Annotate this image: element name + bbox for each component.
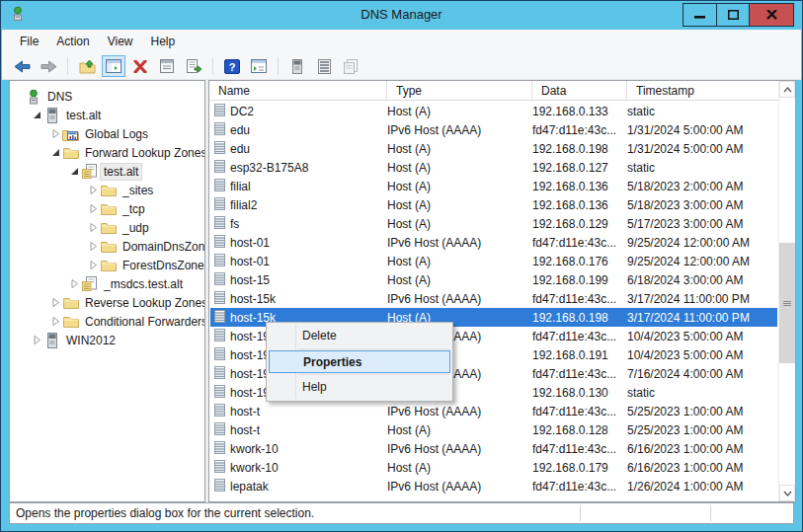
table-row[interactable]: host-tIPv6 Host (AAAA)fd47:d11e:43c...5/… bbox=[210, 402, 777, 420]
export-list-icon[interactable] bbox=[182, 55, 205, 77]
tree-item-test-alt[interactable]: test.alt bbox=[10, 106, 204, 124]
column-header-timestamp[interactable]: Timestamp bbox=[627, 81, 795, 100]
context-menu: Delete Properties Help bbox=[266, 322, 453, 402]
menu-file[interactable]: File bbox=[11, 31, 47, 52]
cell-type: Host (A) bbox=[387, 105, 532, 118]
cell-name: filial2 bbox=[230, 198, 257, 212]
tree-item--tcp[interactable]: _tcp bbox=[10, 199, 204, 218]
tree-item-forestdnszones[interactable]: ForestDnsZones bbox=[10, 256, 204, 274]
collapsed-chevron-icon[interactable] bbox=[68, 279, 81, 288]
vertical-scrollbar[interactable] bbox=[778, 81, 795, 501]
cell-name: kwork-10 bbox=[230, 461, 279, 475]
table-row[interactable]: eduHost (A)192.168.0.1981/31/2024 5:00:0… bbox=[210, 139, 777, 158]
table-row[interactable]: esp32-B175A8Host (A)192.168.0.127static bbox=[210, 158, 777, 177]
table-row[interactable]: fsHost (A)192.168.0.1295/17/2023 3:00:00… bbox=[210, 214, 777, 233]
cell-timestamp: 6/16/2023 1:00:00 AM bbox=[627, 442, 777, 456]
context-menu-item-properties[interactable]: Properties bbox=[269, 350, 450, 373]
tree-item-dns[interactable]: DNS bbox=[10, 87, 204, 106]
folder-icon bbox=[100, 259, 117, 271]
table-row[interactable]: host-15kIPv6 Host (AAAA)fd47:d11e:43c...… bbox=[210, 289, 777, 308]
main-area: DNStest.altGlobal LogsForward Lookup Zon… bbox=[9, 80, 796, 502]
collapsed-chevron-icon[interactable] bbox=[87, 242, 100, 251]
cell-timestamp: 5/17/2023 3:00:00 AM bbox=[627, 217, 777, 231]
collapsed-chevron-icon[interactable] bbox=[87, 261, 100, 269]
cell-type: Host (A) bbox=[387, 180, 532, 193]
column-header-type[interactable]: Type bbox=[387, 81, 532, 100]
expanded-chevron-icon[interactable] bbox=[68, 167, 81, 176]
toolbar-separator bbox=[278, 57, 279, 75]
cell-data: fd47:d11e:43c... bbox=[532, 442, 627, 456]
scroll-up-icon[interactable] bbox=[779, 81, 795, 98]
collapsed-chevron-icon[interactable] bbox=[87, 223, 100, 232]
table-row[interactable]: lepatakIPv6 Host (AAAA)fd47:d11e:43c...1… bbox=[210, 477, 777, 495]
copy-icon[interactable] bbox=[339, 55, 362, 77]
table-row[interactable]: host-01Host (A)192.168.0.1769/25/2024 12… bbox=[210, 252, 777, 270]
tree-item-global-logs[interactable]: Global Logs bbox=[10, 124, 204, 143]
delete-icon[interactable] bbox=[128, 55, 152, 77]
server-status-icon[interactable] bbox=[285, 55, 309, 77]
table-row[interactable]: kwork-10IPv6 Host (AAAA)fd47:d11e:43c...… bbox=[210, 439, 777, 458]
help-icon[interactable]: ? bbox=[220, 55, 244, 77]
table-row[interactable]: filial2Host (A)192.168.0.1365/18/2023 3:… bbox=[210, 195, 777, 214]
context-menu-item-delete[interactable]: Delete bbox=[269, 325, 450, 347]
collapsed-chevron-icon[interactable] bbox=[49, 298, 62, 307]
table-row[interactable]: eduIPv6 Host (AAAA)fd47:d11e:43c...1/31/… bbox=[210, 120, 777, 139]
cell-data: 192.168.0.198 bbox=[532, 142, 627, 156]
properties-icon[interactable] bbox=[155, 55, 179, 77]
cell-type: IPv6 Host (AAAA) bbox=[387, 480, 532, 494]
cell-timestamp: 5/18/2023 3:00:00 AM bbox=[627, 198, 777, 212]
scroll-down-icon[interactable] bbox=[779, 485, 795, 501]
close-button[interactable] bbox=[749, 4, 793, 26]
table-row[interactable]: host-01IPv6 Host (AAAA)fd47:d11e:43c...9… bbox=[210, 233, 777, 252]
menu-help[interactable]: Help bbox=[142, 31, 185, 52]
tree-item--udp[interactable]: _udp bbox=[10, 218, 204, 237]
up-level-icon[interactable] bbox=[75, 55, 99, 77]
cell-timestamp: 5/25/2023 1:00:00 AM bbox=[627, 405, 777, 418]
cell-type: Host (A) bbox=[387, 198, 532, 212]
table-row[interactable]: host-tHost (A)192.168.0.1285/25/2023 1:0… bbox=[210, 420, 777, 439]
tree-item-conditional-forwarders[interactable]: Conditional Forwarders bbox=[10, 312, 204, 331]
tree-item--sites[interactable]: _sites bbox=[10, 181, 204, 199]
collapsed-chevron-icon[interactable] bbox=[87, 186, 100, 194]
maximize-button[interactable] bbox=[716, 4, 749, 26]
expanded-chevron-icon[interactable] bbox=[31, 111, 43, 119]
zone-icon bbox=[81, 164, 98, 179]
tree-item-domaindnszones[interactable]: DomainDnsZones bbox=[10, 237, 204, 256]
back-icon[interactable] bbox=[10, 55, 34, 77]
record-list-icon[interactable] bbox=[312, 55, 336, 77]
context-menu-item-help[interactable]: Help bbox=[269, 376, 450, 399]
table-row[interactable]: kwork-10Host (A)192.168.0.1796/16/2023 1… bbox=[210, 458, 777, 477]
tree-item-label: ForestDnsZones bbox=[120, 258, 205, 273]
collapsed-chevron-icon[interactable] bbox=[49, 317, 62, 326]
tree-item-forward-lookup-zones[interactable]: Forward Lookup Zones bbox=[10, 143, 204, 162]
table-row[interactable]: DC2Host (A)192.168.0.133static bbox=[210, 102, 777, 120]
collapsed-chevron-icon[interactable] bbox=[31, 336, 43, 344]
collapsed-chevron-icon[interactable] bbox=[49, 129, 62, 138]
column-header-name[interactable]: Name bbox=[209, 81, 387, 100]
show-console-tree-icon[interactable] bbox=[102, 55, 125, 77]
cell-type: Host (A) bbox=[387, 273, 532, 287]
cell-timestamp: 1/26/2024 1:00:00 AM bbox=[627, 480, 777, 494]
cell-data: fd47:d11e:43c... bbox=[532, 367, 627, 381]
scrollbar-thumb[interactable] bbox=[779, 243, 795, 363]
tree-item--msdcs-test-alt[interactable]: _msdcs.test.alt bbox=[10, 274, 204, 293]
table-row[interactable]: filialHost (A)192.168.0.1365/18/2023 2:0… bbox=[210, 177, 777, 195]
cell-data: fd47:d11e:43c... bbox=[532, 330, 627, 343]
title-bar[interactable]: DNS Manager bbox=[1, 1, 802, 30]
console-window-icon[interactable] bbox=[247, 55, 271, 77]
forward-icon[interactable] bbox=[37, 55, 60, 77]
cell-type: Host (A) bbox=[387, 461, 532, 475]
table-row[interactable]: host-15Host (A)192.168.0.1996/18/2024 3:… bbox=[210, 270, 777, 289]
menu-action[interactable]: Action bbox=[47, 31, 98, 52]
tree-item-win2012[interactable]: WIN2012 bbox=[10, 331, 204, 349]
expanded-chevron-icon[interactable] bbox=[49, 148, 62, 157]
minimize-button[interactable] bbox=[683, 4, 716, 26]
record-icon bbox=[214, 441, 230, 457]
collapsed-chevron-icon[interactable] bbox=[87, 204, 100, 213]
tree-item-reverse-lookup-zones[interactable]: Reverse Lookup Zones bbox=[10, 293, 204, 312]
menu-view[interactable]: View bbox=[99, 31, 142, 52]
cell-name: kwork-10 bbox=[230, 442, 279, 456]
tree-item-test-alt[interactable]: test.alt bbox=[10, 162, 204, 181]
zone-icon bbox=[81, 276, 98, 291]
column-header-data[interactable]: Data bbox=[532, 81, 627, 100]
